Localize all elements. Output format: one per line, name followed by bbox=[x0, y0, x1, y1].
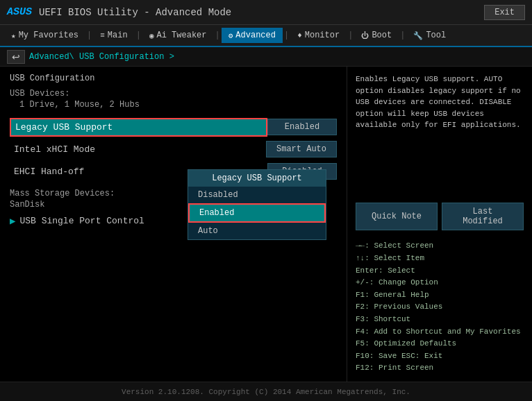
exit-button[interactable]: Exit bbox=[484, 5, 525, 20]
nav-item-advanced[interactable]: ⚙Advanced bbox=[222, 28, 283, 43]
nav-label-monitor: Monitor bbox=[305, 31, 340, 40]
usb-port-label: USB Single Port Control bbox=[19, 216, 144, 226]
dropdown-option[interactable]: Disabled bbox=[188, 187, 326, 203]
nav-label-favorites: My Favorites bbox=[19, 31, 78, 40]
nav-separator: | bbox=[348, 31, 353, 40]
shortcut-line: →←: Select Screen bbox=[356, 240, 524, 253]
nav-separator: | bbox=[284, 31, 289, 40]
help-text: Enables Legacy USB support. AUTO option … bbox=[356, 74, 524, 193]
back-button[interactable]: ↩ bbox=[7, 50, 25, 64]
nav-item-favorites[interactable]: ★My Favorites bbox=[4, 28, 85, 43]
quick-note-button[interactable]: Quick Note bbox=[356, 203, 438, 230]
shortcut-line: +/-: Change Option bbox=[356, 277, 524, 289]
menu-row[interactable]: Intel xHCI ModeSmart Auto bbox=[10, 139, 337, 160]
section-title: USB Configuration bbox=[10, 74, 337, 83]
nav-icon-boot: ⏻ bbox=[361, 31, 369, 40]
menu-value: Smart Auto bbox=[266, 141, 337, 157]
footer: Version 2.10.1208. Copyright (C) 2014 Am… bbox=[0, 382, 532, 401]
shortcut-line: F4: Add to Shortcut and My Favorites bbox=[356, 326, 524, 339]
nav-item-tool[interactable]: 🔧Tool bbox=[406, 28, 453, 43]
shortcuts-section: →←: Select Screen↑↓: Select ItemEnter: S… bbox=[356, 240, 524, 375]
shortcut-line: Enter: Select bbox=[356, 265, 524, 278]
nav-item-ai-tweaker[interactable]: ◉Ai Tweaker bbox=[142, 28, 214, 43]
nav-icon-favorites: ★ bbox=[11, 31, 16, 40]
asus-logo: ASUS bbox=[7, 6, 32, 18]
navigation-bar: ★My Favorites|≡Main|◉Ai Tweaker|⚙Advance… bbox=[0, 25, 532, 47]
nav-label-ai-tweaker: Ai Tweaker bbox=[157, 31, 207, 40]
header-bar: ASUS UEFI BIOS Utility - Advanced Mode E… bbox=[0, 0, 532, 25]
nav-separator: | bbox=[215, 31, 220, 40]
dropdown-option[interactable]: Enabled bbox=[188, 203, 326, 223]
shortcut-line: ↑↓: Select Item bbox=[356, 253, 524, 265]
nav-item-boot[interactable]: ⏻Boot bbox=[354, 28, 399, 43]
menu-label: Legacy USB Support bbox=[10, 118, 267, 137]
action-buttons: Quick NoteLast Modified bbox=[356, 203, 524, 230]
shortcut-line: F5: Optimized Defaults bbox=[356, 338, 524, 350]
nav-label-advanced: Advanced bbox=[235, 31, 276, 40]
shortcut-line: F12: Print Screen bbox=[356, 362, 524, 375]
nav-item-monitor[interactable]: ♦Monitor bbox=[290, 28, 347, 43]
usb-devices-value: 1 Drive, 1 Mouse, 2 Hubs bbox=[10, 100, 337, 110]
nav-icon-tool: 🔧 bbox=[413, 31, 423, 40]
dropdown-option[interactable]: Auto bbox=[188, 223, 326, 239]
nav-item-main[interactable]: ≡Main bbox=[93, 28, 134, 43]
menu-label: Intel xHCI Mode bbox=[10, 142, 266, 157]
nav-separator: | bbox=[400, 31, 405, 40]
nav-label-main: Main bbox=[108, 31, 128, 40]
dropdown-popup: Legacy USB Support DisabledEnabledAuto bbox=[188, 169, 326, 240]
menu-value: Enabled bbox=[267, 119, 337, 135]
main-content: USB Configuration USB Devices: 1 Drive, … bbox=[0, 67, 532, 382]
dropdown-title: Legacy USB Support bbox=[188, 170, 326, 187]
breadcrumb-bar: ↩ Advanced\ USB Configuration > bbox=[0, 47, 532, 67]
shortcut-line: F1: General Help bbox=[356, 289, 524, 302]
nav-separator: | bbox=[87, 31, 92, 40]
nav-icon-monitor: ♦ bbox=[297, 31, 302, 40]
right-panel: Enables Legacy USB support. AUTO option … bbox=[347, 67, 532, 382]
footer-text: Version 2.10.1208. Copyright (C) 2014 Am… bbox=[122, 388, 410, 396]
nav-icon-ai-tweaker: ◉ bbox=[149, 31, 154, 40]
breadcrumb: Advanced\ USB Configuration > bbox=[29, 52, 174, 62]
left-panel: USB Configuration USB Devices: 1 Drive, … bbox=[0, 67, 347, 382]
nav-separator: | bbox=[136, 31, 141, 40]
last-modified-button[interactable]: Last Modified bbox=[442, 203, 524, 230]
nav-icon-main: ≡ bbox=[100, 31, 105, 40]
shortcut-line: F3: Shortcut bbox=[356, 314, 524, 326]
dropdown-options: DisabledEnabledAuto bbox=[188, 187, 326, 239]
shortcut-line: F10: Save ESC: Exit bbox=[356, 350, 524, 363]
nav-icon-advanced: ⚙ bbox=[228, 31, 233, 40]
usb-devices-label: USB Devices: bbox=[10, 89, 337, 99]
shortcut-line: F2: Previous Values bbox=[356, 301, 524, 314]
usb-port-icon: ▶ bbox=[10, 215, 15, 227]
menu-row[interactable]: Legacy USB SupportEnabled bbox=[10, 117, 337, 137]
nav-label-boot: Boot bbox=[372, 31, 392, 40]
nav-label-tool: Tool bbox=[426, 31, 446, 40]
header-title: UEFI BIOS Utility - Advanced Mode bbox=[39, 7, 484, 18]
